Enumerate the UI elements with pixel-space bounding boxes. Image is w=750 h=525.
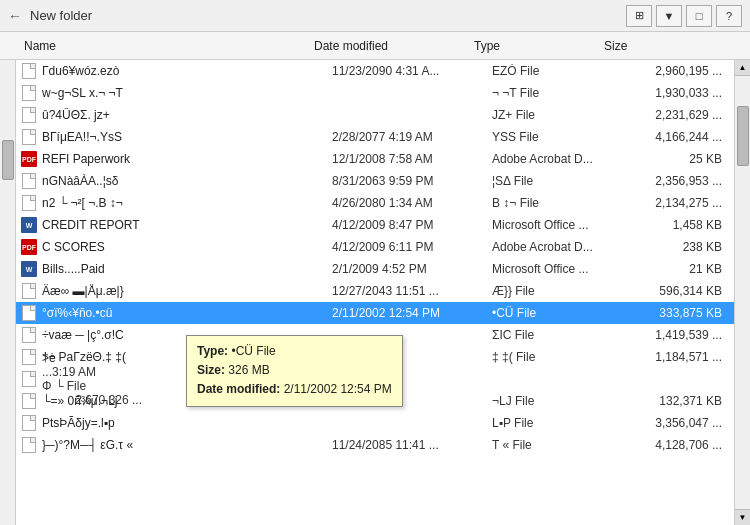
scrollbar-thumb[interactable] — [737, 106, 749, 166]
word-icon: W — [20, 261, 38, 277]
file-date: 4/12/2009 8:47 PM — [332, 218, 492, 232]
file-type: JZ+ File — [492, 108, 622, 122]
back-icon[interactable]: ← — [8, 8, 22, 24]
file-name: n2 └ ¬²[ ¬.B ↕¬ — [42, 196, 332, 210]
file-icon — [20, 85, 38, 101]
file-name: w~g¬SL x.¬ ¬T — [42, 86, 332, 100]
col-header-date[interactable]: Date modified — [314, 39, 474, 53]
file-type: T « File — [492, 438, 622, 452]
file-size: 1,930,033 ... — [622, 86, 722, 100]
vertical-scrollbar[interactable]: ▲ ▼ — [734, 60, 750, 525]
file-name: ΒΓíμΕΑ!!¬.YsS — [42, 130, 332, 144]
file-date: 11/23/2090 4:31 A... — [332, 64, 492, 78]
file-name: û?4ÛΘΣ. jz+ — [42, 108, 332, 122]
help-button[interactable]: ? — [716, 5, 742, 27]
file-type: Adobe Acrobat D... — [492, 152, 622, 166]
file-name: C SCORES — [42, 240, 332, 254]
file-size: 21 KB — [622, 262, 722, 276]
file-type: ¬LJ File — [492, 394, 622, 408]
file-size: 238 KB — [622, 240, 722, 254]
table-row[interactable]: ΒΓíμΕΑ!!¬.YsS 2/28/2077 4:19 AM YSS File… — [16, 126, 734, 148]
table-row[interactable]: û?4ÛΘΣ. jz+ JZ+ File 2,231,629 ... — [16, 104, 734, 126]
file-size: 1,184,571 ... — [622, 350, 722, 364]
help-icon: ? — [726, 10, 732, 22]
file-icon — [20, 415, 38, 431]
file-name: Bills.....Paid — [42, 262, 332, 276]
file-icon — [20, 195, 38, 211]
file-type: ΣIC File — [492, 328, 622, 342]
table-row[interactable]: Äæ∞ ▬|Åμ.æ|} 12/27/2043 11:51 ... Æ}} Fi… — [16, 280, 734, 302]
table-row[interactable]: nGNàâÀA..¦sδ 8/31/2063 9:59 PM ¦SΔ File … — [16, 170, 734, 192]
file-date: 2/1/2009 4:52 PM — [332, 262, 492, 276]
file-size: 2,356,953 ... — [622, 174, 722, 188]
chevron-down-icon: ▼ — [664, 10, 675, 22]
tooltip-type-label: Type: •CÜ File — [197, 344, 276, 358]
file-icon — [20, 129, 38, 145]
file-type: Æ}} File — [492, 284, 622, 298]
file-type: Adobe Acrobat D... — [492, 240, 622, 254]
file-type: Microsoft Office ... — [492, 262, 622, 276]
file-date: 2/11/2002 12:54 PM — [332, 306, 492, 320]
scroll-down-button[interactable]: ▼ — [735, 509, 751, 525]
file-date: 12/1/2008 7:58 AM — [332, 152, 492, 166]
file-tooltip: Type: •CÜ File Size: 326 MB Date modifie… — [186, 335, 403, 407]
column-headers: Name Date modified Type Size — [0, 32, 750, 60]
view-toggle-button[interactable]: ⊞ — [626, 5, 652, 27]
table-row[interactable]: w~g¬SL x.¬ ¬T ¬ ¬T File 1,930,033 ... — [16, 82, 734, 104]
title-bar-left: ← New folder — [8, 8, 626, 24]
file-name: nGNàâÀA..¦sδ — [42, 174, 332, 188]
file-size: 25 KB — [622, 152, 722, 166]
table-row[interactable]: PDF C SCORES 4/12/2009 6:11 PM Adobe Acr… — [16, 236, 734, 258]
file-date: 12/27/2043 11:51 ... — [332, 284, 492, 298]
file-type: L▪P File — [492, 416, 622, 430]
file-type: Microsoft Office ... — [492, 218, 622, 232]
table-row[interactable]: PDF REFI Paperwork 12/1/2008 7:58 AM Ado… — [16, 148, 734, 170]
file-name: }─)°?M─┤ εG.τ « — [42, 438, 332, 452]
file-size: 3,356,047 ... — [622, 416, 722, 430]
view-grid-icon: ⊞ — [635, 9, 644, 22]
left-scroll — [0, 60, 16, 525]
file-date: 2/28/2077 4:19 AM — [332, 130, 492, 144]
scroll-up-button[interactable]: ▲ — [735, 60, 751, 76]
file-name: °σï%‹¥ño.•cü — [42, 306, 332, 320]
table-row[interactable]: °σï%‹¥ño.•cü 2/11/2002 12:54 PM •CÜ File… — [16, 302, 734, 324]
tooltip-date-label: Date modified: 2/11/2002 12:54 PM — [197, 382, 392, 396]
pane-icon: □ — [696, 10, 703, 22]
file-name: ΡtsÞÃδjy=.l▪p — [42, 416, 332, 430]
file-type: ¬ ¬T File — [492, 86, 622, 100]
view-arrow-button[interactable]: ▼ — [656, 5, 682, 27]
table-row[interactable]: W CREDIT REPORT 4/12/2009 8:47 PM Micros… — [16, 214, 734, 236]
file-size: 1,419,539 ... — [622, 328, 722, 342]
file-date: 4/12/2009 6:11 PM — [332, 240, 492, 254]
file-icon — [20, 437, 38, 453]
file-icon — [20, 371, 38, 387]
file-size: 2,134,275 ... — [622, 196, 722, 210]
col-header-size[interactable]: Size — [604, 39, 704, 53]
table-row[interactable]: }─)°?M─┤ εG.τ « 11/24/2085 11:41 ... T «… — [16, 434, 734, 456]
file-type: YSS File — [492, 130, 622, 144]
file-type: •CÜ File — [492, 306, 622, 320]
file-icon — [20, 349, 38, 365]
file-name: REFI Paperwork — [42, 152, 332, 166]
pane-button[interactable]: □ — [686, 5, 712, 27]
tooltip-size-label: Size: 326 MB — [197, 363, 270, 377]
file-icon — [20, 393, 38, 409]
table-row[interactable]: ΡtsÞÃδjy=.l▪p L▪P File 3,356,047 ... — [16, 412, 734, 434]
col-header-type[interactable]: Type — [474, 39, 604, 53]
title-bar-controls: ⊞ ▼ □ ? — [626, 5, 742, 27]
file-date: 8/31/2063 9:59 PM — [332, 174, 492, 188]
file-size: 4,128,706 ... — [622, 438, 722, 452]
table-row[interactable]: n2 └ ¬²[ ¬.B ↕¬ 4/26/2080 1:34 AM B ↕¬ F… — [16, 192, 734, 214]
scrollbar-track — [735, 76, 750, 509]
col-header-name[interactable]: Name — [4, 39, 314, 53]
file-list-area: Γdu6¥wóz.ezò 11/23/2090 4:31 A... EZÒ Fi… — [0, 60, 750, 525]
file-icon — [20, 327, 38, 343]
table-row[interactable]: W Bills.....Paid 2/1/2009 4:52 PM Micros… — [16, 258, 734, 280]
file-size: 4,166,244 ... — [622, 130, 722, 144]
table-row[interactable]: Γdu6¥wóz.ezò 11/23/2090 4:31 A... EZÒ Fi… — [16, 60, 734, 82]
file-type: B ↕¬ File — [492, 196, 622, 210]
pdf-icon: PDF — [20, 239, 38, 255]
file-icon — [20, 283, 38, 299]
file-type: ¦SΔ File — [492, 174, 622, 188]
file-date: ...3:19 AM — [42, 365, 202, 379]
